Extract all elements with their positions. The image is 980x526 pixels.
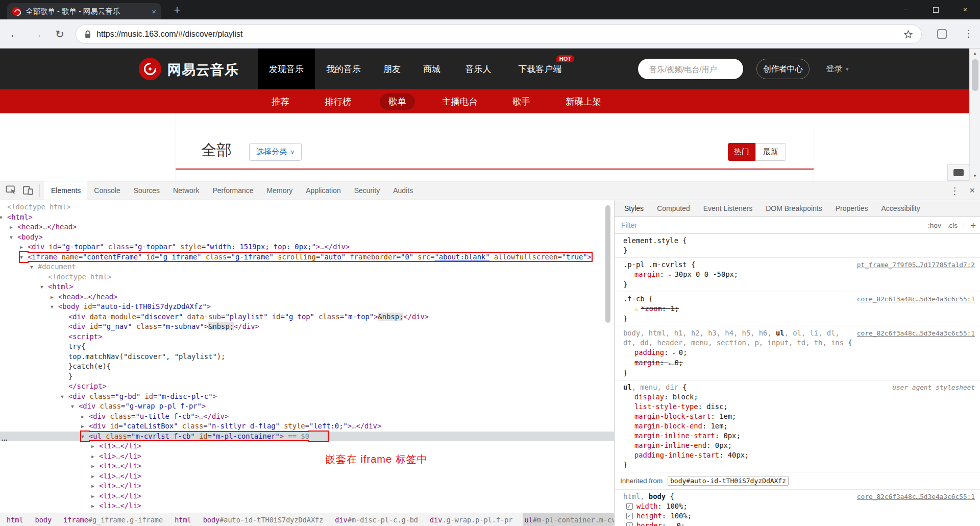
subnav-item[interactable]: 推荐	[272, 89, 289, 113]
tree-node[interactable]: </script>	[0, 381, 614, 392]
devtools-tab-memory[interactable]: Memory	[260, 181, 300, 200]
tree-node[interactable]: top.matchNav("discover", "playlist");	[0, 352, 614, 362]
tree-node[interactable]: <!doctype html>	[0, 202, 614, 212]
breadcrumb-item[interactable]: div#m-disc-pl-c.g-bd	[333, 513, 420, 526]
css-declaration[interactable]: margin-inline-end: 0px;	[623, 441, 975, 450]
devtools-tab-elements[interactable]: Elements	[44, 181, 87, 200]
sidebar-tab[interactable]: Event Listeners	[703, 204, 753, 212]
scroll-up-icon[interactable]: ▲	[973, 49, 977, 58]
stylesheet-link[interactable]: pt_frame_7f9f05…7d17785fa1d7:2	[857, 260, 975, 270]
css-declaration[interactable]: margin-inline-start: 0px;	[623, 431, 975, 441]
tree-node[interactable]: }catch(e){	[0, 362, 614, 372]
site-search[interactable]	[638, 59, 743, 79]
devtools-tab-network[interactable]: Network	[166, 181, 206, 200]
devtools-tab-application[interactable]: Application	[299, 181, 348, 200]
tree-node[interactable]: ▼<ul class="m-cvrlst f-cb" id="m-pl-cont…	[0, 432, 614, 442]
tree-node[interactable]: ▶<div id="cateListBox" class="n-sltlyr d…	[0, 421, 614, 432]
declaration-checkbox[interactable]	[626, 503, 633, 510]
maximize-button[interactable]	[921, 0, 950, 19]
sidebar-tab[interactable]: Properties	[836, 204, 868, 212]
expand-arrow-icon[interactable]: ▼	[61, 392, 68, 402]
expand-arrow-icon[interactable]: ▶	[81, 421, 89, 432]
tree-node[interactable]: ▶<head>…</head>	[0, 292, 614, 302]
devtools-more-icon[interactable]: ⋮	[950, 185, 959, 197]
devtools-tab-audits[interactable]: Audits	[386, 181, 420, 200]
css-declaration[interactable]: margin: ▸ 0;	[623, 358, 975, 368]
tree-node[interactable]: ▼#document	[0, 262, 614, 272]
toggle-class-button[interactable]: .cls	[947, 222, 958, 229]
inspect-element-icon[interactable]	[6, 185, 17, 196]
css-declaration[interactable]: padding-inline-start: 40px;	[623, 450, 975, 460]
window-close-button[interactable]: ×	[950, 0, 980, 19]
breadcrumb-item[interactable]: html	[5, 513, 25, 526]
tree-node[interactable]: ▼<html>	[0, 282, 614, 292]
login-button[interactable]: 登录 ▾	[826, 49, 849, 89]
declaration-checkbox[interactable]	[626, 513, 633, 519]
creator-center-button[interactable]: 创作者中心	[756, 59, 810, 79]
breadcrumb-item[interactable]: div.g-wrap.p-pl.f-pr	[428, 513, 514, 526]
expand-arrow-icon[interactable]: ▶	[91, 481, 99, 491]
subnav-item[interactable]: 排行榜	[325, 89, 352, 113]
tree-node[interactable]: <!doctype html>	[0, 272, 614, 282]
new-tab-button[interactable]: +	[169, 4, 185, 18]
site-nav-item[interactable]: 下载客户端HOT	[505, 49, 575, 89]
devtools-tab-console[interactable]: Console	[87, 181, 127, 200]
site-nav-item[interactable]: 商城	[412, 49, 452, 89]
netease-logo-icon[interactable]	[139, 58, 161, 80]
tab-close-icon[interactable]: ×	[152, 7, 156, 16]
expand-arrow-icon[interactable]: ▼	[40, 282, 48, 292]
breadcrumb-item[interactable]: body#auto-id-tTH0iS7dyzDdAXfz	[202, 513, 325, 526]
expand-arrow-icon[interactable]: ▶	[91, 491, 99, 501]
site-nav-item[interactable]: 音乐人	[452, 49, 505, 89]
tree-node[interactable]: ▶<li>…</li>	[0, 501, 614, 511]
css-declaration[interactable]: padding: ▸ 0;	[623, 348, 975, 358]
feedback-widget[interactable]	[947, 164, 970, 181]
sort-hot-button[interactable]: 热门	[728, 143, 755, 161]
tree-node[interactable]: ▼<html>	[0, 212, 614, 223]
expand-arrow-icon[interactable]: ▶	[91, 471, 99, 482]
expand-arrow-icon[interactable]: ▶	[91, 461, 99, 471]
breadcrumb-item[interactable]: ul#m-pl-container.m-cvrlst.f-cb	[523, 513, 614, 526]
sort-new-button[interactable]: 最新	[755, 143, 786, 161]
devtools-tab-security[interactable]: Security	[348, 181, 387, 200]
subnav-item[interactable]: 歌单	[380, 89, 415, 113]
minimize-button[interactable]: ─	[891, 0, 921, 19]
tree-node[interactable]: ▼<div class="g-bd" id="m-disc-pl-c">	[0, 392, 614, 402]
site-nav-item[interactable]: 发现音乐	[258, 49, 315, 89]
forward-button[interactable]: →	[30, 27, 45, 42]
shorthand-arrow-icon[interactable]: ▸	[673, 350, 679, 356]
tree-node[interactable]: ▶<li>…</li>	[0, 461, 614, 471]
expand-arrow-icon[interactable]: ▼	[0, 212, 7, 223]
expand-arrow-icon[interactable]: ▶	[81, 412, 89, 422]
tree-node[interactable]: ▶<div class="u-title f-cb">…</div>	[0, 412, 614, 422]
css-declaration[interactable]: ⚠*zoom: 1;	[623, 304, 975, 314]
breadcrumb-item[interactable]: body	[34, 513, 54, 526]
browser-menu-icon[interactable]: ⋮	[964, 28, 974, 39]
shorthand-arrow-icon[interactable]: ▸	[668, 361, 674, 366]
tree-node[interactable]: ▼<iframe name="contentFrame" id="g_ifram…	[0, 252, 614, 262]
stylesheet-link[interactable]: core_82c6f3a48c…5d3e4a3c6c55:1	[857, 294, 975, 304]
site-nav-item[interactable]: 朋友	[372, 49, 412, 89]
tree-node[interactable]: ▶<div id="g-topbar" class="g-topbar" sty…	[0, 242, 614, 252]
expand-arrow-icon[interactable]: ▶	[91, 451, 99, 462]
styles-filter-input[interactable]	[621, 221, 774, 229]
tree-node[interactable]: <div id="g_nav" class="m-subnav">&nbsp;<…	[0, 322, 614, 332]
tree-node[interactable]: ▶<li>…</li>	[0, 441, 614, 451]
bookmark-star-icon[interactable]	[903, 30, 913, 39]
stylesheet-link[interactable]: core_82c6f3a48c…5d3e4a3c6c55:1	[857, 328, 975, 338]
subnav-item[interactable]: 新碟上架	[566, 89, 601, 113]
expand-arrow-icon[interactable]: ▼	[20, 252, 28, 262]
expand-arrow-icon[interactable]: ▼	[30, 262, 38, 272]
tree-node[interactable]: <script>	[0, 332, 614, 342]
stylesheet-link[interactable]: core_82c6f3a48c…5d3e4a3c6c55:1	[857, 492, 975, 501]
expand-arrow-icon[interactable]: ▶	[91, 441, 99, 451]
back-button[interactable]: ←	[7, 27, 22, 42]
device-toolbar-icon[interactable]	[22, 185, 34, 196]
expand-arrow-icon[interactable]: ▶	[10, 222, 17, 232]
site-nav-item[interactable]: 我的音乐	[315, 49, 372, 89]
address-bar[interactable]: https://music.163.com/#/discover/playlis…	[76, 25, 922, 44]
shorthand-arrow-icon[interactable]: ▸	[668, 272, 674, 278]
scrollbar-thumb[interactable]	[972, 59, 978, 91]
breadcrumb-item[interactable]: html	[173, 513, 193, 526]
inherited-node-link[interactable]: body#auto-id-tTH0iS7dyzDdAXfz	[668, 476, 789, 486]
